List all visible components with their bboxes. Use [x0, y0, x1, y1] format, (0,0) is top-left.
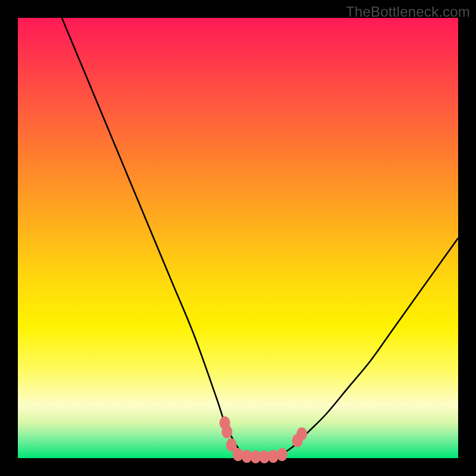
- curve-marker: [296, 427, 307, 440]
- chart-frame: TheBottleneck.com: [0, 0, 476, 476]
- curve-group: [62, 18, 458, 459]
- watermark-label: TheBottleneck.com: [346, 4, 470, 20]
- curve-marker: [277, 448, 287, 461]
- marker-group: [220, 416, 308, 464]
- plot-area: [18, 18, 458, 458]
- bottleneck-curve-path: [62, 18, 458, 459]
- curve-marker: [222, 425, 233, 439]
- curve-layer: [18, 18, 458, 458]
